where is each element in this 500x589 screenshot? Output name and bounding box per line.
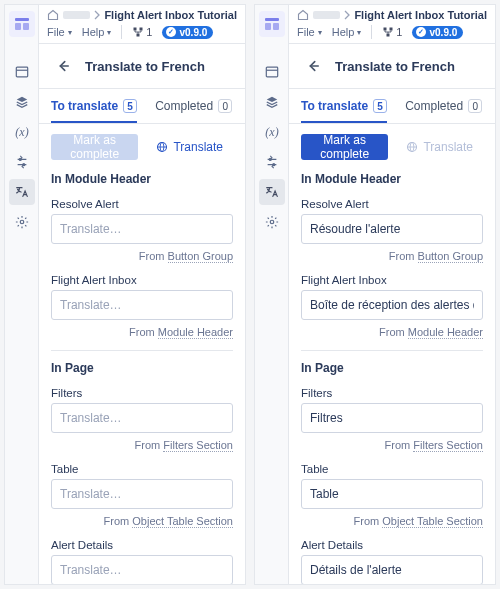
main-panel: Flight Alert Inbox Tutorial File▾ Help▾ … [289,5,495,584]
from-source: From Module Header [51,326,233,338]
header: Flight Alert Inbox Tutorial File▾ Help▾ … [39,5,245,44]
globe-icon [156,141,168,153]
crumb-placeholder [63,11,90,19]
translate-button: Translate [396,134,483,160]
branch-indicator[interactable]: 1 [382,26,402,38]
subheader-title: Translate to French [335,59,455,74]
tab-completed[interactable]: Completed 0 [155,89,232,123]
mark-complete-button[interactable]: Mark as complete [51,134,138,160]
svg-rect-21 [266,67,277,77]
source-link[interactable]: Module Header [408,326,483,339]
sliders-icon[interactable] [259,149,285,175]
translation-input[interactable] [51,555,233,584]
translation-input[interactable] [301,214,483,244]
field-label: Alert Details [51,539,233,551]
source-link[interactable]: Filters Section [413,439,483,452]
chevron-right-icon [94,10,100,20]
source-link[interactable]: Object Table Section [382,515,483,528]
branch-indicator[interactable]: 1 [132,26,152,38]
translation-input[interactable] [51,290,233,320]
source-link[interactable]: Filters Section [163,439,233,452]
globe-icon [406,141,418,153]
field-label: Flight Alert Inbox [301,274,483,286]
svg-rect-13 [137,34,140,37]
check-icon: ✓ [416,27,426,37]
app-window: (x) Flight Alert Inbox Tutorial File▾ He… [4,4,246,585]
svg-rect-29 [384,28,387,31]
tab-count: 0 [468,99,482,113]
version-pill[interactable]: ✓v0.9.0 [412,26,463,39]
subheader: Translate to French [289,44,495,89]
menu-help[interactable]: Help▾ [332,26,362,38]
svg-rect-11 [134,28,137,31]
variable-icon[interactable]: (x) [9,119,35,145]
main-panel: Flight Alert Inbox Tutorial File▾ Help▾ … [39,5,245,584]
translation-input[interactable] [301,403,483,433]
translation-input[interactable] [51,403,233,433]
divider [121,25,122,39]
source-link[interactable]: Button Group [418,250,483,263]
menu-help[interactable]: Help▾ [82,26,112,38]
source-link[interactable]: Button Group [168,250,233,263]
translation-input[interactable] [51,214,233,244]
tab-to-translate[interactable]: To translate 5 [301,89,387,123]
panel-icon[interactable] [9,59,35,85]
header: Flight Alert Inbox Tutorial File▾ Help▾ … [289,5,495,44]
fields-scroll[interactable]: In Module HeaderResolve AlertFrom Button… [39,172,245,584]
from-source: From Object Table Section [51,515,233,527]
action-bar: Mark as complete Translate [289,124,495,172]
tab-to-translate[interactable]: To translate 5 [51,89,137,123]
from-source: From Button Group [51,250,233,262]
version-pill[interactable]: ✓v0.9.0 [162,26,213,39]
translate-icon[interactable] [9,179,35,205]
menu-file[interactable]: File▾ [47,26,72,38]
svg-text:(x): (x) [15,125,28,139]
svg-rect-30 [390,28,393,31]
left-rail: (x) [255,5,289,584]
app-icon[interactable] [259,11,285,37]
tab-label: Completed [405,99,463,113]
svg-rect-12 [140,28,143,31]
translation-input[interactable] [301,290,483,320]
field-label: Resolve Alert [301,198,483,210]
translation-input[interactable] [301,555,483,584]
translate-icon[interactable] [259,179,285,205]
translate-label: Translate [173,140,223,154]
source-link[interactable]: Object Table Section [132,515,233,528]
menu-file[interactable]: File▾ [297,26,322,38]
crumb-placeholder [313,11,340,19]
variable-icon[interactable]: (x) [259,119,285,145]
subheader: Translate to French [39,44,245,89]
chevron-right-icon [344,10,350,20]
page-title[interactable]: Flight Alert Inbox Tutorial [104,9,237,21]
field-label: Alert Details [301,539,483,551]
home-icon[interactable] [47,9,59,21]
svg-rect-31 [387,34,390,37]
svg-rect-2 [23,23,29,30]
back-button[interactable] [51,54,75,78]
panel-icon[interactable] [259,59,285,85]
tab-label: To translate [301,99,368,113]
left-rail: (x) [5,5,39,584]
layers-icon[interactable] [259,89,285,115]
menubar: File▾ Help▾ 1 ✓v0.9.0 [297,25,487,39]
translation-input[interactable] [51,479,233,509]
tabs: To translate 5 Completed 0 [39,89,245,124]
layers-icon[interactable] [9,89,35,115]
home-icon[interactable] [297,9,309,21]
translation-input[interactable] [301,479,483,509]
app-icon[interactable] [9,11,35,37]
translate-button[interactable]: Translate [146,134,233,160]
page-title[interactable]: Flight Alert Inbox Tutorial [354,9,487,21]
sliders-icon[interactable] [9,149,35,175]
field-label: Table [301,463,483,475]
gear-icon[interactable] [9,209,35,235]
source-link[interactable]: Module Header [158,326,233,339]
back-button[interactable] [301,54,325,78]
tab-completed[interactable]: Completed 0 [405,89,482,123]
gear-icon[interactable] [259,209,285,235]
mark-complete-button[interactable]: Mark as complete [301,134,388,160]
tab-count: 5 [373,99,387,113]
tab-label: To translate [51,99,118,113]
fields-scroll[interactable]: In Module HeaderResolve AlertFrom Button… [289,172,495,584]
